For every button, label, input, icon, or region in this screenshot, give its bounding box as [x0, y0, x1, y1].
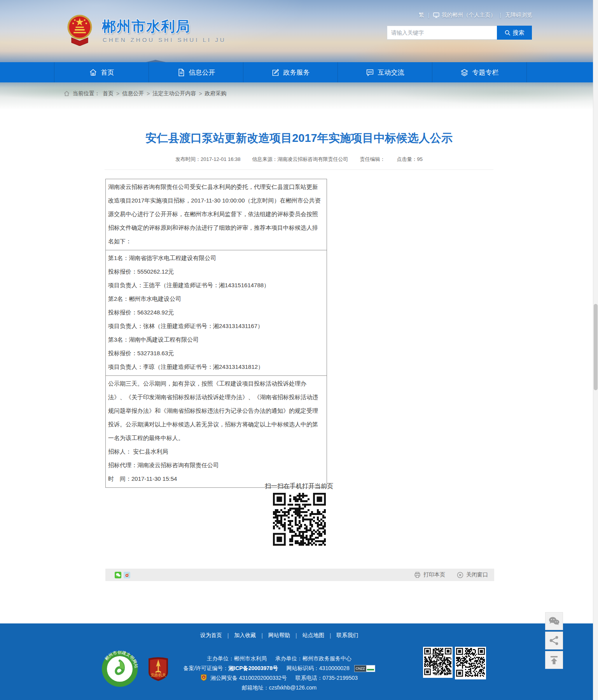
search-icon: [505, 30, 511, 36]
wechat-share-icon[interactable]: [115, 572, 121, 578]
footer-police-line: 湘公网安备 43100202000332号 联系电话：0735-2199503: [85, 673, 474, 683]
back-to-top-button[interactable]: [545, 651, 563, 669]
candidate-line: 第1名：湖南省德宇水电工程建设有限公司: [108, 251, 323, 265]
national-emblem-logo: [66, 14, 93, 46]
footer-links: 设为首页 | 加入收藏 | 网站帮助 | 站点地图 | 联系我们: [85, 632, 474, 639]
candidate-line: 第2名：郴州市水电建设公司: [108, 292, 323, 305]
float-share-button[interactable]: [545, 632, 563, 649]
footer-link-separator: |: [296, 632, 297, 639]
cnzz-badge[interactable]: CNZZ: [354, 665, 375, 672]
breadcrumb-home[interactable]: 首页: [103, 90, 114, 97]
site-code: 网站标识码：4310000028: [287, 665, 350, 671]
close-window-button[interactable]: 关闭窗口: [457, 571, 488, 578]
home-icon: [89, 68, 97, 77]
article-body: 湖南凌云招标咨询有限责任公司受安仁县水利局的委托，代理安仁县渡口泵站更新改造项目…: [105, 179, 327, 488]
site-title-pinyin: CHEN ZHOU SHI SHUI LI JU: [103, 37, 226, 43]
footer-qr-code-left: [423, 647, 453, 678]
weibo-share-icon[interactable]: [124, 572, 130, 578]
float-wechat-button[interactable]: [545, 612, 563, 630]
breadcrumb-separator: >: [199, 91, 202, 97]
icp-number: 湘ICP备20003978号: [228, 665, 278, 671]
wechat-icon: [549, 616, 560, 626]
share-toolbar: 打印本页 关闭窗口: [105, 569, 494, 581]
footer-link-contact[interactable]: 联系我们: [336, 632, 358, 639]
candidates-box: 第1名：湖南省德宇水电工程建设有限公司 投标报价：5550262.12元 项目负…: [105, 250, 327, 376]
breadcrumb-statutory-content[interactable]: 法定主动公开内容: [152, 90, 196, 97]
print-page-button[interactable]: 打印本页: [414, 571, 445, 578]
nav-item-special-columns[interactable]: 专题专栏: [432, 62, 526, 82]
contact-phone: 联系电话：0735-2199503: [296, 675, 358, 681]
footer-link-separator: |: [330, 632, 331, 639]
intro-paragraph: 湖南凌云招标咨询有限责任公司受安仁县水利局的委托，代理安仁县渡口泵站更新改造项目…: [108, 180, 323, 248]
notice-paragraph: 公示期三天。公示期间，如有异议，按照《工程建设项目投标活动投诉处理办法》、《关于…: [108, 377, 323, 445]
notice-box: 公示期三天。公示期间，如有异议，按照《工程建设项目投标活动投诉处理办法》、《关于…: [105, 375, 327, 488]
candidate-line: 第3名：湖南中禹建设工程有限公司: [108, 333, 323, 346]
candidate-line: 项目负责人：李琼（注册建造师证书号：湘243131431812）: [108, 360, 323, 374]
footer-link-separator: |: [227, 632, 229, 639]
nav-item-gov-services[interactable]: 政务服务: [243, 62, 338, 82]
monitor-icon: [433, 12, 439, 18]
footer-organizers-line: 主办单位：郴州市水利局 承办单位：郴州市政务服务中心: [85, 654, 474, 663]
site-search: 搜索: [387, 26, 532, 40]
breadcrumb-info-disclosure[interactable]: 信息公开: [122, 90, 144, 97]
printer-icon: [414, 572, 421, 578]
footer: 设为首页 | 加入收藏 | 网站帮助 | 站点地图 | 联系我们 郴州市创建文明…: [0, 623, 598, 700]
candidate-line: 投标报价：5632248.92元: [108, 305, 323, 319]
home-icon: [63, 91, 70, 97]
share-icon: [549, 635, 559, 646]
separator: |: [500, 12, 501, 18]
hit-count: 点击量：95: [397, 156, 423, 163]
candidate-line: 项目负责人：张林（注册建造师证书号：湘243131431167）: [108, 319, 323, 333]
breadcrumb: 当前位置： 首页 > 信息公开 > 法定主动公开内容 > 政府采购: [63, 89, 227, 99]
police-badge-icon: [201, 674, 207, 681]
email-address: 邮箱地址：czsfxkhb@126.com: [242, 684, 316, 691]
agency-line: 招标代理：湖南凌云招标咨询有限责任公司: [108, 458, 323, 472]
undertaker: 承办单位：郴州市政务服务中心: [275, 655, 351, 662]
qr-caption: 扫一扫在手机打开当前页: [105, 482, 493, 491]
police-record: 湘公网安备 43100202000332号: [210, 675, 287, 681]
document-icon: [177, 68, 185, 77]
site-title: 郴州市水利局: [102, 17, 191, 36]
traditional-chinese-toggle[interactable]: 繁: [419, 12, 424, 19]
footer-email-line: 邮箱地址：czsfxkhb@126.com: [85, 683, 474, 693]
close-icon: [457, 572, 463, 578]
main-navigation: 首页 信息公开 政务服务 互动交流: [0, 62, 598, 82]
breadcrumb-prefix: 当前位置：: [73, 90, 100, 97]
footer-link-help[interactable]: 网站帮助: [268, 632, 290, 639]
search-input[interactable]: [387, 26, 497, 40]
article-intro-box: 湖南凌云招标咨询有限责任公司受安仁县水利局的委托，代理安仁县渡口泵站更新改造项目…: [105, 179, 327, 250]
page-qr-code: [273, 493, 326, 546]
search-button[interactable]: 搜索: [497, 26, 532, 40]
edit-icon: [271, 68, 280, 77]
footer-info: 主办单位：郴州市水利局 承办单位：郴州市政务服务中心 备案/许可证编号：湘ICP…: [85, 654, 474, 693]
footer-qr-code-right: [455, 647, 486, 679]
publish-time: 发布时间：2017-12-01 16:38: [175, 156, 241, 163]
breadcrumb-gov-procurement[interactable]: 政府采购: [205, 90, 227, 97]
accessibility-link[interactable]: 无障碍浏览: [505, 12, 532, 19]
candidate-line: 投标报价：5550262.12元: [108, 265, 323, 278]
nav-item-interaction[interactable]: 互动交流: [338, 62, 432, 82]
article-meta: 发布时间：2017-12-01 16:38 信息来源：湖南凌云招标咨询有限责任公…: [105, 156, 493, 163]
article-title: 安仁县渡口泵站更新改造项目2017年实施项目中标候选人公示: [105, 131, 493, 146]
breadcrumb-separator: >: [116, 91, 119, 97]
candidate-line: 项目负责人：王德平（注册建造师证书号：湘143151614788）: [108, 278, 323, 292]
info-source: 信息来源：湖南凌云招标咨询有限责任公司: [252, 156, 348, 163]
chat-icon: [366, 68, 374, 77]
scrollbar-track: [593, 0, 598, 700]
tenderer-line: 招标人： 安仁县水利局: [108, 445, 323, 458]
responsible-editor: 责任编辑：: [360, 156, 385, 163]
footer-link-sitemap[interactable]: 站点地图: [302, 632, 324, 639]
meta-divider: [105, 169, 493, 170]
layers-icon: [460, 68, 469, 77]
organizer: 主办单位：郴州市水利局: [207, 655, 267, 662]
nav-item-home[interactable]: 首页: [54, 62, 149, 82]
icp-label: 备案/许可证编号：: [183, 665, 228, 671]
footer-link-set-home[interactable]: 设为首页: [200, 632, 222, 639]
footer-icp-line: 备案/许可证编号：湘ICP备20003978号 网站标识码：4310000028…: [85, 663, 474, 673]
footer-link-favorite[interactable]: 加入收藏: [234, 632, 256, 639]
candidate-line: 投标报价：5327318.63元: [108, 346, 323, 360]
nav-item-info-disclosure[interactable]: 信息公开: [149, 62, 243, 82]
my-city-link[interactable]: 我的郴州（个人主页）: [433, 12, 496, 19]
scrollbar-thumb[interactable]: [594, 304, 598, 390]
top-utility-bar: 繁 | 我的郴州（个人主页） | 无障碍浏览: [387, 12, 532, 19]
